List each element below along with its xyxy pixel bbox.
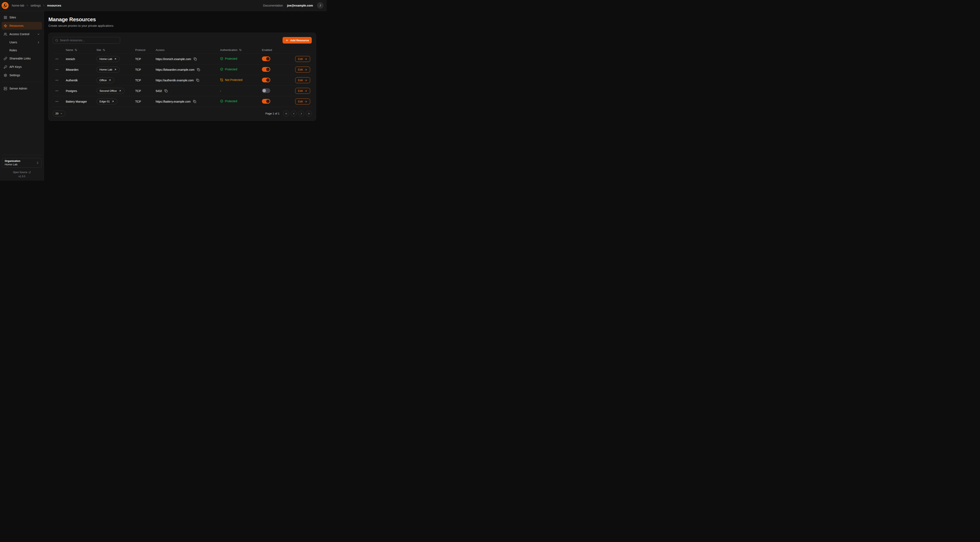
breadcrumb-item-home-lab[interactable]: home-lab <box>12 4 24 7</box>
ellipsis-icon <box>55 100 59 103</box>
organization-selector[interactable]: Organization Home Lab <box>2 158 42 167</box>
shield-check-icon <box>220 68 223 71</box>
search-input[interactable] <box>60 38 118 42</box>
arrow-right-icon <box>304 68 307 71</box>
table-row: Authentik Office TCP https://authentik.e… <box>53 75 312 86</box>
page-title: Manage Resources <box>48 16 316 23</box>
copy-icon <box>197 68 200 71</box>
site-link[interactable]: Home Lab <box>96 56 120 62</box>
row-menu-button[interactable] <box>54 67 59 72</box>
users-icon <box>4 32 7 36</box>
organization-selector-value: Home Lab <box>5 163 18 166</box>
waypoints-icon <box>4 24 7 27</box>
auth-label: Protected <box>225 57 237 60</box>
row-menu-button[interactable] <box>54 56 59 62</box>
sort-icon <box>75 49 77 51</box>
site-link[interactable]: Home Lab <box>96 67 120 73</box>
auth-label: Protected <box>225 99 237 103</box>
auth-status: Protected <box>220 57 237 60</box>
edit-button[interactable]: Edit <box>295 77 310 83</box>
avatar[interactable]: J <box>317 2 323 9</box>
sidebar-item-settings[interactable]: Settings <box>2 71 42 79</box>
site-name: Home Lab <box>100 68 112 71</box>
sidebar-item-users[interactable]: Users <box>2 38 42 46</box>
page-size-select[interactable]: 20 <box>53 110 65 116</box>
sidebar-nav: Sites Resources Access Control <box>2 13 42 92</box>
breadcrumb: home-lab settings resources <box>12 4 61 7</box>
card-footer: 20 Page 1 of 1 <box>53 107 312 116</box>
chevron-right-icon <box>300 112 303 115</box>
documentation-link[interactable]: Documentation <box>263 4 283 7</box>
arrow-up-right-icon <box>114 68 117 71</box>
chevrons-up-down-icon <box>36 161 39 164</box>
auth-label: - <box>220 89 221 92</box>
enabled-toggle[interactable] <box>262 99 270 104</box>
sidebar-item-label: API Keys <box>10 65 22 69</box>
row-menu-button[interactable] <box>54 78 59 83</box>
site-link[interactable]: Office <box>96 77 114 83</box>
sidebar-item-server-admin[interactable]: Server Admin <box>2 84 42 92</box>
first-page-button[interactable] <box>283 110 289 116</box>
card-toolbar: Add Resource <box>53 37 312 43</box>
enabled-toggle[interactable] <box>262 78 270 82</box>
copy-button[interactable] <box>164 89 168 93</box>
add-resource-button[interactable]: Add Resource <box>283 37 312 43</box>
site-link[interactable]: Edge 01 <box>96 99 117 104</box>
chevrons-right-icon <box>307 112 310 115</box>
copy-button[interactable] <box>192 99 197 104</box>
enabled-toggle[interactable] <box>262 56 270 61</box>
sidebar-item-label: Access Control <box>10 32 29 36</box>
sidebar-item-roles[interactable]: Roles <box>2 46 42 54</box>
sort-by-site-button[interactable]: Site <box>96 48 105 51</box>
app-logo[interactable] <box>2 2 9 9</box>
header-protocol: Protocol <box>134 46 154 54</box>
ellipsis-icon <box>55 78 59 82</box>
auth-status: Protected <box>220 68 237 71</box>
chevron-down-icon <box>37 33 40 36</box>
search-icon <box>55 39 58 42</box>
enabled-toggle[interactable] <box>262 88 270 93</box>
sort-by-authentication-button[interactable]: Authentication <box>220 48 242 51</box>
shield-check-icon <box>220 99 223 103</box>
page-size-value: 20 <box>56 112 59 115</box>
copy-button[interactable] <box>197 68 200 72</box>
open-source-link[interactable]: Open Source <box>2 171 42 174</box>
header-site: Site <box>95 46 134 54</box>
shield-check-icon <box>220 57 223 60</box>
sidebar-item-access-control[interactable]: Access Control <box>2 30 42 38</box>
edit-label: Edit <box>298 68 303 71</box>
copy-button[interactable] <box>196 78 200 82</box>
sidebar-item-label: Server Admin <box>10 87 27 90</box>
chevron-right-icon <box>37 41 40 44</box>
user-email[interactable]: joe@example.com <box>287 4 313 7</box>
site-link[interactable]: Second Office <box>96 88 124 94</box>
previous-page-button[interactable] <box>291 110 297 116</box>
arrow-right-icon <box>304 100 307 103</box>
sidebar-item-sites[interactable]: Sites <box>2 13 42 21</box>
resource-name: Bitwarden <box>66 68 78 71</box>
header-menu <box>53 46 64 54</box>
arrow-right-icon <box>304 79 307 82</box>
sidebar-item-shareable-links[interactable]: Shareable Links <box>2 54 42 62</box>
arrow-up-right-icon <box>114 57 117 60</box>
protocol-value: TCP <box>135 68 141 71</box>
sidebar: Sites Resources Access Control <box>0 11 44 181</box>
auth-label: Protected <box>225 68 237 71</box>
breadcrumb-item-settings[interactable]: settings <box>30 4 41 7</box>
copy-icon <box>196 79 199 82</box>
last-page-button[interactable] <box>306 110 312 116</box>
sidebar-item-api-keys[interactable]: API Keys <box>2 63 42 71</box>
edit-button[interactable]: Edit <box>295 56 310 62</box>
next-page-button[interactable] <box>298 110 304 116</box>
copy-button[interactable] <box>193 57 197 61</box>
table-row: Immich Home Lab TCP https://immich.examp… <box>53 54 312 64</box>
edit-button[interactable]: Edit <box>295 99 310 104</box>
row-menu-button[interactable] <box>54 99 59 104</box>
row-menu-button[interactable] <box>54 88 59 93</box>
edit-button[interactable]: Edit <box>295 67 310 73</box>
edit-button[interactable]: Edit <box>295 88 310 94</box>
breadcrumb-item-resources[interactable]: resources <box>47 4 61 7</box>
sort-by-name-button[interactable]: Name <box>66 48 77 51</box>
enabled-toggle[interactable] <box>262 67 270 72</box>
sidebar-item-resources[interactable]: Resources <box>2 22 42 30</box>
